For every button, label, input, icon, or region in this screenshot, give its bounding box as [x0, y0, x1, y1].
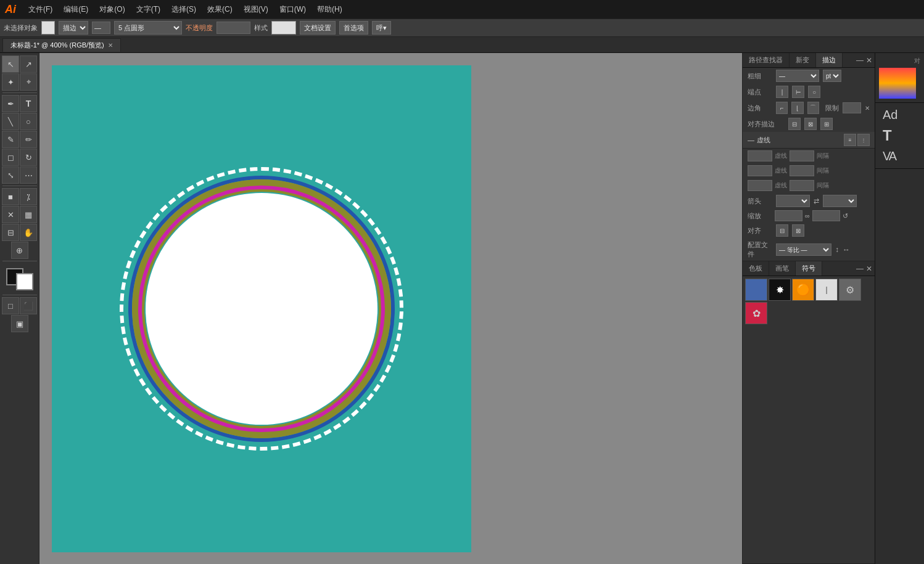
flip-icon[interactable]: ↕ [835, 245, 839, 254]
swatch-close-btn[interactable]: ✕ [866, 264, 872, 273]
scale-input-1[interactable]: 100% [775, 210, 802, 221]
pathfinder-tab[interactable]: 路径查找器 [743, 53, 790, 67]
arrow-start-select[interactable] [776, 195, 810, 207]
style-swatch[interactable] [271, 21, 296, 35]
refresh-icon[interactable]: ↺ [843, 212, 848, 220]
rotate-tool[interactable]: ↻ [20, 149, 37, 166]
menu-help[interactable]: 帮助(H) [312, 3, 347, 16]
line-tool[interactable]: ╲ [2, 113, 19, 130]
stroke-weight-input[interactable] [92, 22, 110, 34]
scale-input-2[interactable]: 100% [812, 210, 840, 221]
swatch-gear[interactable]: ⚙ [839, 279, 861, 301]
dash-box-2[interactable] [790, 150, 814, 161]
collapse-dashes-icon[interactable]: — [748, 136, 754, 144]
doc-settings-btn[interactable]: 文档设置 [300, 21, 336, 35]
gradient-tool[interactable]: ■ [2, 188, 19, 205]
eyedropper-tool[interactable]: ⁒ [20, 188, 37, 205]
profile-select[interactable]: — 等比 — [776, 243, 831, 256]
symbol-tab[interactable]: 符号 [796, 261, 822, 276]
ellipse-tool[interactable]: ○ [20, 113, 37, 130]
swatch-blue[interactable] [745, 279, 767, 301]
hand-tool[interactable]: ✋ [20, 224, 37, 241]
menu-select[interactable]: 选择(S) [167, 3, 201, 16]
swatch-black-splatter[interactable]: ✸ [769, 279, 791, 301]
fullscreen-btn[interactable]: ⬛ [20, 297, 37, 314]
panel-minimize-btn[interactable]: ― [856, 56, 864, 65]
corner-btn-2[interactable]: ⌊ [791, 102, 803, 114]
select-tool[interactable]: ↖ [2, 55, 19, 73]
align-btn-1[interactable]: ⊟ [788, 118, 801, 130]
cap-btn-1[interactable]: | [776, 86, 788, 98]
corner-label: 边角 [748, 104, 772, 113]
align2-btn-1[interactable]: ⊟ [776, 224, 788, 237]
menu-effect[interactable]: 效果(C) [202, 3, 237, 16]
dash-box-6[interactable] [790, 180, 814, 191]
slice-tool[interactable]: ⊟ [2, 224, 19, 241]
type-t-icon[interactable]: T [878, 125, 922, 147]
eraser-tool[interactable]: ◻ [2, 149, 19, 166]
tab-bar: 未标题-1* @ 400% (RGB/预览) ✕ [0, 37, 924, 53]
weight-select[interactable]: — [776, 70, 819, 82]
align-btn-2[interactable]: ⊠ [804, 118, 817, 130]
menu-view[interactable]: 视图(V) [239, 3, 273, 16]
flip2-icon[interactable]: ↔ [843, 245, 850, 254]
opacity-input[interactable]: 100% [217, 22, 250, 34]
align2-btn-2[interactable]: ⊠ [792, 224, 804, 237]
bar-chart-tool[interactable]: ▦ [20, 206, 37, 223]
profile-label: 配置文件 [748, 240, 772, 259]
cap-btn-3[interactable]: ○ [808, 86, 820, 98]
dashes-opt-2[interactable]: ⋮ [857, 134, 870, 146]
type-va-icon[interactable]: VA [878, 147, 922, 166]
swatch-light[interactable]: | [815, 279, 838, 301]
blend-tool[interactable]: ⋯ [20, 166, 37, 184]
menu-window[interactable]: 窗口(W) [274, 3, 311, 16]
swatch-orange[interactable]: 🟠 [792, 279, 814, 301]
dash-box-5[interactable] [748, 180, 772, 191]
brush-select[interactable]: 5 点圆形 [114, 21, 182, 35]
screen-mode-btn[interactable]: ▣ [11, 315, 28, 332]
tab-close-btn[interactable]: ✕ [108, 42, 113, 49]
menu-edit[interactable]: 编辑(E) [59, 3, 93, 16]
scale-tool[interactable]: ⤡ [2, 166, 19, 184]
dash-box-1[interactable] [748, 150, 772, 161]
align-btn-3[interactable]: ⊞ [820, 118, 833, 130]
weight-unit[interactable]: pt [823, 70, 841, 82]
color-tab[interactable]: 色板 [743, 261, 769, 276]
brush-tool[interactable]: ✎ [2, 131, 19, 148]
corner-btn-1[interactable]: ⌐ [776, 102, 788, 114]
arrow-end-select[interactable] [823, 195, 857, 207]
first-page-btn[interactable]: 首选项 [339, 21, 368, 35]
document-tab[interactable]: 未标题-1* @ 400% (RGB/预览) ✕ [2, 38, 121, 52]
normal-mode-btn[interactable]: □ [2, 297, 19, 314]
stroke-tab[interactable]: 描边 [816, 53, 843, 67]
add-text-btn[interactable]: Ad [878, 105, 922, 125]
cap-btn-2[interactable]: ⊢ [792, 86, 804, 98]
limit-input[interactable] [843, 102, 861, 113]
pencil-tool[interactable]: ✏ [20, 131, 37, 148]
magic-wand-tool[interactable]: ✦ [2, 73, 19, 91]
corner-btn-3[interactable]: ⌒ [807, 102, 819, 114]
dash-box-3[interactable] [748, 165, 772, 176]
swatch-flower[interactable]: ✿ [745, 302, 767, 324]
arrow-swap-icon[interactable]: ⇄ [814, 197, 819, 205]
type-tool[interactable]: T [20, 95, 37, 112]
swatch-minimize-btn[interactable]: ― [856, 264, 864, 273]
stroke-options[interactable]: 描边 [59, 21, 88, 35]
chain-icon[interactable]: ∞ [805, 212, 810, 219]
panel-close-btn[interactable]: ✕ [866, 56, 872, 65]
menu-object[interactable]: 对象(O) [94, 3, 130, 16]
gradient-tab[interactable]: 新变 [790, 53, 816, 67]
menu-file[interactable]: 文件(F) [23, 3, 57, 16]
stroke-color-box[interactable] [16, 273, 33, 290]
zoom-tool[interactable]: ⊕ [11, 242, 28, 259]
measure-tool[interactable]: ✕ [2, 206, 19, 223]
brush-tab[interactable]: 画笔 [769, 261, 796, 276]
pen-tool[interactable]: ✒ [2, 95, 19, 112]
dashes-opt-1[interactable]: ≡ [844, 134, 856, 146]
direct-select-tool[interactable]: ↗ [20, 55, 37, 73]
more-options-btn[interactable]: 呼▾ [372, 21, 391, 35]
menu-type[interactable]: 文字(T) [131, 3, 165, 16]
lasso-tool[interactable]: ⌖ [20, 73, 37, 91]
fill-color-swatch[interactable] [41, 21, 55, 35]
dash-box-4[interactable] [790, 165, 814, 176]
